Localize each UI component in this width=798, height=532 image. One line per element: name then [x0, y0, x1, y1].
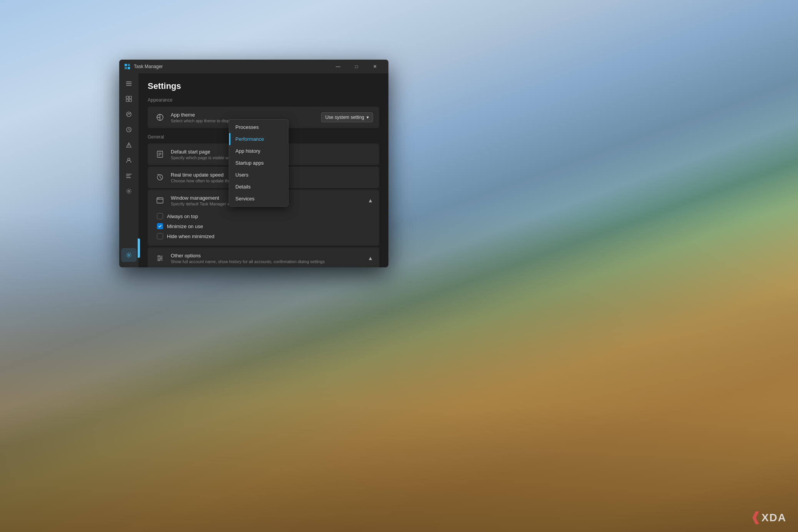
other-options-info: Other options Show full account name, sh…	[171, 253, 363, 264]
app-theme-dropdown[interactable]: Use system setting ▾	[321, 112, 373, 122]
hide-when-minimized-checkbox[interactable]	[157, 233, 163, 239]
svg-point-15	[128, 146, 129, 147]
svg-rect-7	[126, 96, 128, 98]
svg-point-31	[158, 198, 159, 199]
maximize-button[interactable]: □	[348, 60, 365, 73]
sidebar-item-users[interactable]	[121, 153, 137, 167]
other-options-card: Other options Show full account name, sh…	[148, 247, 379, 267]
hide-when-minimized-row: Hide when minimized	[157, 231, 373, 241]
other-options-header: Other options Show full account name, sh…	[154, 252, 373, 264]
other-options-desc: Show full account name, show history for…	[171, 259, 363, 264]
sidebar-item-startup[interactable]	[121, 138, 137, 152]
appearance-section-label: Appearance	[148, 97, 379, 103]
app-icon	[124, 63, 131, 70]
svg-rect-0	[125, 64, 127, 66]
page-title: Settings	[148, 81, 379, 91]
sidebar	[119, 73, 138, 267]
window-controls: — □ ✕	[329, 60, 384, 73]
svg-rect-6	[126, 85, 132, 86]
sidebar-item-processes[interactable]	[121, 92, 137, 106]
always-on-top-checkbox[interactable]	[157, 213, 163, 219]
sidebar-item-details[interactable]	[121, 169, 137, 183]
other-options-icon	[154, 252, 166, 264]
dropdown-item-processes[interactable]: Processes	[229, 121, 288, 133]
svg-rect-5	[126, 83, 132, 84]
minimize-on-use-row: Minimize on use	[157, 221, 373, 231]
sidebar-settings-button[interactable]	[121, 248, 137, 262]
svg-point-11	[127, 112, 131, 117]
window-mgmt-icon	[154, 194, 166, 207]
minimize-button[interactable]: —	[329, 60, 347, 73]
svg-rect-4	[126, 82, 132, 82]
svg-rect-1	[128, 64, 130, 66]
always-on-top-row: Always on top	[157, 211, 373, 221]
app-theme-control: Use system setting ▾	[321, 112, 373, 122]
minimize-on-use-label: Minimize on use	[167, 223, 203, 229]
window-mgmt-toggle[interactable]: ▲	[368, 197, 373, 203]
svg-rect-18	[126, 176, 130, 177]
close-button[interactable]: ✕	[366, 60, 384, 73]
svg-rect-10	[129, 99, 132, 102]
svg-point-37	[158, 259, 160, 261]
hide-when-minimized-label: Hide when minimized	[167, 233, 215, 239]
sidebar-item-services[interactable]	[121, 184, 137, 198]
always-on-top-label: Always on top	[167, 213, 198, 219]
svg-rect-2	[125, 67, 127, 69]
dropdown-item-details[interactable]: Details	[229, 181, 288, 193]
svg-point-35	[160, 257, 162, 259]
dropdown-item-startup-apps[interactable]: Startup apps	[229, 157, 288, 169]
svg-point-33	[158, 255, 160, 257]
svg-rect-3	[128, 67, 130, 69]
sidebar-item-performance[interactable]	[121, 107, 137, 121]
svg-rect-17	[126, 174, 132, 175]
dropdown-menu: Processes Performance App history Startu…	[229, 119, 288, 207]
sidebar-item-hamburger[interactable]	[121, 77, 137, 90]
dropdown-item-performance[interactable]: Performance	[229, 133, 288, 145]
app-theme-icon	[154, 111, 166, 123]
sidebar-collapse-indicator	[138, 238, 140, 258]
default-start-icon	[154, 148, 166, 160]
app-theme-name: App theme	[171, 112, 317, 118]
other-options-toggle[interactable]: ▲	[368, 255, 373, 261]
window-title: Task Manager	[134, 64, 329, 69]
sidebar-item-app-history[interactable]	[121, 123, 137, 137]
svg-point-21	[128, 254, 130, 256]
dropdown-item-services[interactable]: Services	[229, 193, 288, 205]
real-time-icon	[154, 171, 166, 183]
dropdown-item-app-history[interactable]: App history	[229, 145, 288, 157]
dropdown-item-users[interactable]: Users	[229, 169, 288, 181]
svg-rect-19	[126, 177, 131, 178]
xda-watermark: ❰XDA	[750, 510, 786, 524]
svg-point-30	[158, 198, 158, 199]
svg-rect-8	[129, 96, 132, 98]
svg-point-20	[128, 190, 130, 192]
titlebar: Task Manager — □ ✕	[119, 60, 388, 73]
minimize-on-use-checkbox[interactable]	[157, 223, 163, 229]
svg-point-16	[128, 158, 130, 160]
other-options-name: Other options	[171, 253, 363, 258]
svg-rect-9	[126, 99, 128, 102]
